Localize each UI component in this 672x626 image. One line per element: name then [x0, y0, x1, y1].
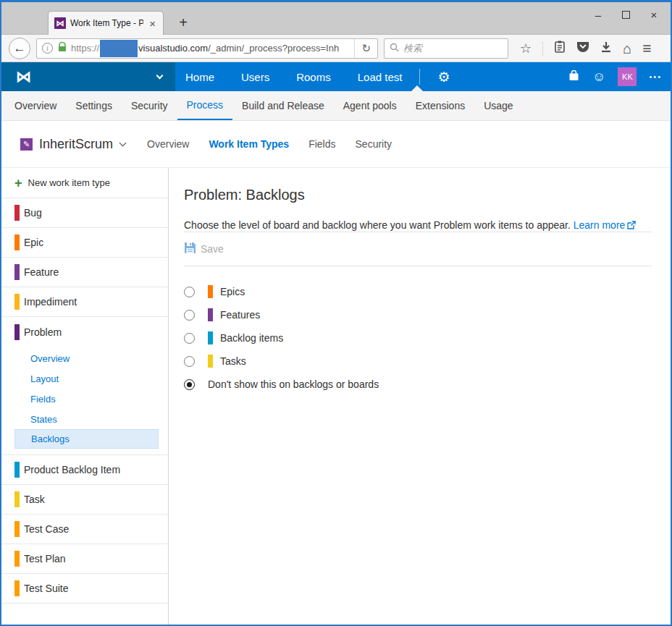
settings-gear-icon[interactable]: ⚙: [437, 69, 450, 85]
admin-nav: Overview Settings Security Process Build…: [1, 91, 671, 121]
radio-icon[interactable]: [184, 333, 195, 344]
problem-subnav-layout[interactable]: Layout: [1, 368, 168, 389]
new-tab-button[interactable]: +: [174, 14, 193, 31]
type-color-bar: [14, 551, 20, 567]
reload-button[interactable]: ↻: [354, 39, 377, 58]
admin-tab-process[interactable]: Process: [177, 91, 233, 120]
admin-tab-agent-pools[interactable]: Agent pools: [334, 91, 406, 120]
sidebar-item-impediment[interactable]: Impediment: [1, 287, 168, 317]
option-tasks[interactable]: Tasks: [184, 353, 652, 369]
problem-sub-nav: Overview Layout Fields States Backlogs: [1, 347, 168, 455]
chevron-down-icon[interactable]: [119, 139, 127, 146]
url-text: https:// visualstudio.com/_admin/_proces…: [71, 40, 354, 57]
type-color-bar: [208, 355, 213, 368]
hub-menu: Home Users Rooms Load test: [185, 62, 402, 91]
admin-tab-security[interactable]: Security: [122, 91, 177, 120]
process-name[interactable]: InheritScrum: [39, 137, 113, 152]
sidebar-item-bug[interactable]: Bug: [1, 198, 168, 228]
type-color-bar: [14, 491, 20, 507]
process-tab-fields[interactable]: Fields: [308, 138, 335, 150]
option-features[interactable]: Features: [184, 307, 652, 323]
new-work-item-type-button[interactable]: + New work item type: [1, 168, 168, 198]
type-color-bar: [208, 308, 213, 321]
save-toolbar: Save: [184, 232, 652, 266]
external-link-icon: [627, 220, 636, 232]
plus-icon: +: [14, 177, 22, 190]
sidebar-item-product-backlog-item[interactable]: Product Backlog Item: [1, 455, 168, 485]
type-color-bar: [14, 580, 20, 596]
hub-rooms[interactable]: Rooms: [296, 71, 331, 83]
page-title: Problem: Backlogs: [184, 187, 652, 203]
option-dont-show[interactable]: Don't show this on backlogs or boards: [184, 376, 652, 392]
admin-tab-build-release[interactable]: Build and Release: [232, 91, 334, 120]
learn-more-link[interactable]: Learn more: [574, 219, 626, 231]
site-info-icon[interactable]: i: [42, 43, 53, 54]
admin-tab-usage[interactable]: Usage: [474, 91, 522, 120]
tab-title: Work Item Type - Problem...: [70, 18, 143, 28]
search-bar[interactable]: 検索: [384, 38, 508, 59]
radio-icon[interactable]: [184, 310, 195, 321]
process-tab-work-item-types[interactable]: Work Item Types: [209, 138, 289, 150]
process-tab-security[interactable]: Security: [356, 138, 392, 150]
bookmarks-menu-icon[interactable]: [554, 41, 566, 56]
page-description: Choose the level of board and backlog wh…: [184, 219, 652, 232]
visual-studio-favicon-icon: ⋈: [54, 17, 66, 29]
home-icon[interactable]: ⌂: [623, 41, 631, 56]
tab-close-icon[interactable]: ×: [148, 17, 157, 30]
type-color-bar: [208, 285, 213, 298]
window-controls: – ×: [592, 4, 666, 25]
admin-tab-extensions[interactable]: Extensions: [406, 91, 474, 120]
radio-icon[interactable]: [184, 356, 195, 367]
option-backlog-items[interactable]: Backlog items: [184, 330, 652, 346]
more-ellipsis-icon[interactable]: •••: [649, 72, 662, 81]
sidebar-item-problem[interactable]: Problem: [1, 317, 168, 347]
hub-home[interactable]: Home: [185, 71, 214, 83]
back-button[interactable]: ←: [9, 38, 30, 59]
problem-subnav-fields[interactable]: Fields: [1, 389, 168, 409]
problem-subnav-states[interactable]: States: [1, 409, 168, 429]
search-icon: [390, 42, 399, 55]
browser-toolbar: ← i https:// visualstudio.com/_admin/_pr…: [1, 35, 671, 62]
hub-load-test[interactable]: Load test: [358, 71, 403, 83]
browser-window: ⋈ Work Item Type - Problem... × + – × ← …: [0, 0, 672, 626]
visual-studio-logo-icon: ⋈: [16, 68, 31, 85]
tab-strip: ⋈ Work Item Type - Problem... × + – ×: [1, 2, 671, 35]
project-selector[interactable]: ⋈: [1, 62, 175, 91]
type-color-bar: [14, 264, 20, 280]
type-color-bar: [208, 331, 213, 344]
sidebar-item-epic[interactable]: Epic: [1, 228, 168, 258]
url-bar[interactable]: i https:// visualstudio.com/_admin/_proc…: [36, 38, 378, 59]
browser-tab[interactable]: ⋈ Work Item Type - Problem... ×: [48, 11, 164, 35]
type-color-bar: [14, 234, 20, 250]
downloads-icon[interactable]: [600, 41, 612, 56]
minimize-button[interactable]: –: [592, 9, 605, 21]
maximize-button[interactable]: [622, 11, 630, 19]
save-button[interactable]: Save: [201, 243, 224, 255]
option-epics[interactable]: Epics: [184, 284, 652, 300]
divider: [184, 266, 652, 266]
type-color-bar: [14, 324, 20, 340]
vsts-header: ⋈ Home Users Rooms Load test ⚙ ☺ KK •••: [1, 62, 671, 91]
bookmark-star-icon[interactable]: ☆: [520, 42, 532, 55]
sidebar-item-task[interactable]: Task: [1, 485, 168, 515]
sidebar-item-test-plan[interactable]: Test Plan: [1, 544, 168, 574]
user-avatar[interactable]: KK: [618, 67, 637, 86]
radio-icon[interactable]: [184, 287, 195, 297]
feedback-smiley-icon[interactable]: ☺: [592, 69, 605, 85]
sidebar-item-test-case[interactable]: Test Case: [1, 515, 168, 544]
process-pencil-icon: ✎: [20, 138, 33, 151]
hub-users[interactable]: Users: [241, 71, 269, 83]
sidebar-item-feature[interactable]: Feature: [1, 258, 168, 287]
radio-checked-icon[interactable]: [184, 379, 195, 390]
problem-subnav-overview[interactable]: Overview: [1, 348, 168, 368]
admin-tab-settings[interactable]: Settings: [66, 91, 122, 120]
admin-tab-overview[interactable]: Overview: [5, 91, 66, 120]
close-button[interactable]: ×: [647, 9, 660, 21]
backlog-level-options: Epics Features Backlog items Tasks: [184, 284, 652, 392]
hamburger-menu-icon[interactable]: ≡: [642, 41, 651, 56]
sidebar-item-test-suite[interactable]: Test Suite: [1, 574, 168, 604]
pocket-icon[interactable]: [576, 41, 589, 56]
process-tab-overview[interactable]: Overview: [147, 138, 189, 150]
marketplace-bag-icon[interactable]: [568, 69, 580, 85]
problem-subnav-backlogs[interactable]: Backlogs: [14, 429, 159, 449]
